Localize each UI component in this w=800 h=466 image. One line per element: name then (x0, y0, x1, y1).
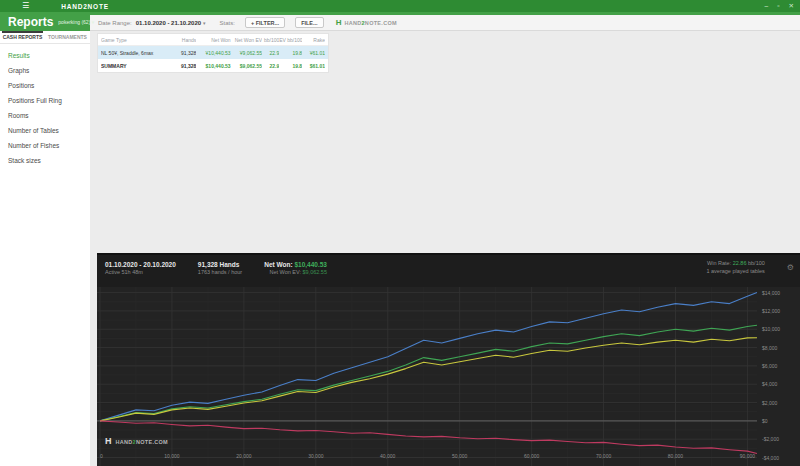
net-won-ev-value: $9,062.55 (302, 269, 326, 275)
page-title: Reports (8, 15, 53, 29)
sidebar-item-stack-sizes[interactable]: Stack sizes (0, 153, 90, 168)
sidebar-item-results[interactable]: Results (0, 48, 90, 63)
sidebar-item-number-of-fishes[interactable]: Number of Fishes (0, 138, 90, 153)
y-axis-tick-label: $14,000 (762, 290, 780, 296)
net-won-value: $10,440.53 (294, 261, 327, 268)
cell-rake: $61.01 (302, 63, 325, 69)
sidebar-item-number-of-tables[interactable]: Number of Tables (0, 123, 90, 138)
chart-watermark: H HAND2NOTE.COM (105, 437, 168, 446)
column-rake[interactable]: Rake (302, 37, 325, 43)
x-axis-tick-label: 80,000 (661, 453, 691, 459)
minimize-icon[interactable]: – (765, 3, 769, 10)
y-axis-tick-label: -$4,000 (762, 455, 779, 461)
winnings-line-chart[interactable]: H HAND2NOTE.COM $14,000$12,000$10,000$8,… (97, 287, 800, 466)
yellow-line (100, 338, 757, 421)
date-range-selector[interactable]: 01.10.2020 - 21.10.2020 (136, 20, 201, 26)
x-axis-tick-label: 50,000 (445, 453, 475, 459)
column-ev-bb100[interactable]: EV bb/100 (279, 37, 302, 43)
cell-hands: 91,328 (170, 63, 197, 69)
y-axis-tick-label: -$2,000 (762, 436, 779, 442)
x-axis-tick-label: 10,000 (157, 453, 187, 459)
column-net-won[interactable]: Net Won (196, 37, 230, 43)
table-row-summary[interactable]: SUMMARY 91,328 $10,440.53 $9,062.55 22.9… (98, 59, 328, 72)
x-axis-tick-label: 30,000 (301, 453, 331, 459)
tab-cash-reports[interactable]: CASH REPORTS (0, 31, 45, 43)
graph-date-range-group: 01.10.2020 - 20.10.2020 Active 51h 48m (105, 260, 176, 277)
sidebar: Reports pokerking (62) ▾ CASH REPORTS TO… (0, 12, 90, 466)
column-bb100[interactable]: bb/100 (262, 37, 279, 43)
sidebar-item-positions[interactable]: Positions (0, 78, 90, 93)
x-axis-tick-label: 0 (100, 453, 130, 459)
table-row[interactable]: NL 50¥, Straddle, 6max 91,328 ¥10,440.53… (98, 46, 328, 59)
stats-label: Stats: (220, 20, 235, 26)
y-axis-tick-label: $4,000 (762, 381, 777, 387)
cell-ev-bb100: 19.8 (279, 50, 302, 56)
graph-net-won-group: Net Won: $10,440.53 Net Won EV: $9,062.5… (264, 260, 327, 277)
gear-icon[interactable]: ⚙ (787, 263, 794, 272)
cell-rake: ¥61.01 (302, 50, 325, 56)
x-axis-tick-label: 70,000 (589, 453, 619, 459)
tab-tournaments[interactable]: TOURNAMENTS (45, 31, 90, 43)
sidebar-menu: Results Graphs Positions Positions Full … (0, 44, 90, 168)
x-axis-tick-label: 40,000 (373, 453, 403, 459)
graph-active-time: Active 51h 48m (105, 269, 176, 277)
win-rate-label: Win Rate: (707, 260, 731, 266)
column-net-won-ev[interactable]: Net Won EV (231, 37, 262, 43)
app-title: HAND2NOTE (61, 3, 109, 10)
chevron-down-icon: ▾ (203, 20, 206, 26)
sidebar-header: Reports pokerking (62) ▾ (0, 12, 90, 31)
hamburger-menu-icon[interactable]: ☰ (22, 2, 29, 10)
date-range-label: Date Range: (98, 20, 132, 26)
watermark-text: HAND2NOTE.COM (116, 439, 169, 445)
results-table: Game Type Hands Net Won Net Won EV bb/10… (97, 33, 329, 73)
cell-ev-bb100: 19.8 (279, 63, 302, 69)
y-axis-tick-label: $6,000 (762, 363, 777, 369)
close-icon[interactable]: ✕ (789, 3, 794, 10)
win-rate-value: 22.86 (733, 260, 747, 266)
header-accent-strip (0, 12, 800, 15)
account-dropdown[interactable]: pokerking (62) ▾ (58, 19, 94, 25)
cell-bb100: 22.9 (262, 63, 279, 69)
report-type-tabs: CASH REPORTS TOURNAMENTS (0, 31, 90, 44)
x-axis-tick-label: 90,000 (732, 453, 762, 459)
avg-tables: 1 average played tables (706, 268, 764, 276)
maximize-icon[interactable]: ▫ (777, 3, 779, 10)
brand-text: HAND2NOTE.COM (344, 20, 397, 26)
x-axis-tick-label: 20,000 (229, 453, 259, 459)
cell-net-won-ev: ¥9,062.55 (231, 50, 262, 56)
sidebar-item-positions-full-ring[interactable]: Positions Full Ring (0, 93, 90, 108)
cell-game-type: SUMMARY (101, 63, 170, 69)
graph-header: 01.10.2020 - 20.10.2020 Active 51h 48m 9… (97, 255, 800, 287)
hand2note-logo-icon: H (105, 437, 112, 446)
y-axis-tick-label: $10,000 (762, 326, 780, 332)
file-button[interactable]: FILE... (295, 17, 324, 28)
sidebar-item-rooms[interactable]: Rooms (0, 108, 90, 123)
filter-button[interactable]: + FILTER... (245, 17, 285, 28)
win-rate-unit: bb/100 (748, 260, 765, 266)
net-won-ev-label: Net Won EV: (269, 269, 301, 275)
sidebar-item-graphs[interactable]: Graphs (0, 63, 90, 78)
column-game-type[interactable]: Game Type (101, 37, 170, 43)
toolbar: Date Range: 01.10.2020 - 21.10.2020 ▾ St… (90, 15, 800, 31)
window-titlebar: ☰ HAND2NOTE – ▫ ✕ (0, 0, 800, 12)
column-hands[interactable]: Hands (170, 37, 197, 43)
graph-date-range: 01.10.2020 - 20.10.2020 (105, 260, 176, 269)
y-axis-tick-label: $0 (762, 418, 768, 424)
window-controls: – ▫ ✕ (765, 3, 794, 10)
graph-winrate-group: Win Rate: 22.86 bb/100 1 average played … (706, 260, 764, 276)
cell-hands: 91,328 (170, 50, 197, 56)
y-axis-tick-label: $8,000 (762, 345, 777, 351)
cell-game-type: NL 50¥, Straddle, 6max (101, 50, 170, 56)
graph-hands-group: 91,328 Hands 1763 hands / hour (198, 260, 242, 277)
cell-net-won: ¥10,440.53 (196, 50, 230, 56)
y-axis-tick-label: $2,000 (762, 400, 777, 406)
y-axis-tick-label: $12,000 (762, 308, 780, 314)
cell-net-won-ev: $9,062.55 (231, 63, 262, 69)
brand-link[interactable]: H HAND2NOTE.COM (336, 19, 397, 27)
net-won-label: Net Won: (264, 261, 292, 268)
graph-hands-per-hour: 1763 hands / hour (198, 269, 242, 277)
hand2note-logo-icon: H (336, 19, 342, 27)
cell-net-won: $10,440.53 (196, 63, 230, 69)
graph-hands-count: 91,328 Hands (198, 260, 242, 269)
cell-bb100: 22.9 (262, 50, 279, 56)
